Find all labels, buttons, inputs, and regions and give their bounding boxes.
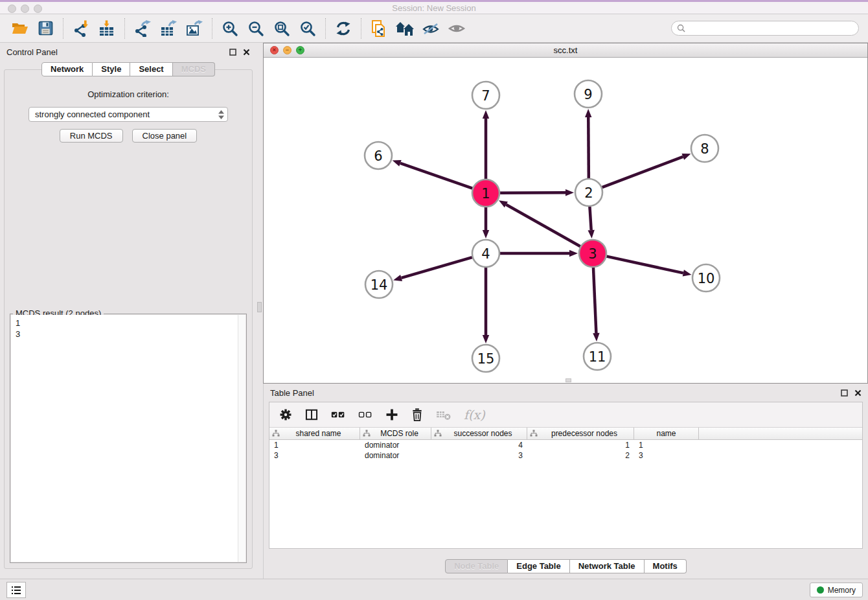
edge-2-3[interactable] xyxy=(588,207,595,238)
table-row[interactable]: 3dominator323 xyxy=(269,450,862,461)
table-cell[interactable]: dominator xyxy=(360,440,431,450)
column-header-mcds-role[interactable]: MCDS role xyxy=(360,428,431,439)
column-header-shared-name[interactable]: shared name xyxy=(269,428,360,439)
export-network-button[interactable] xyxy=(130,16,155,41)
table-cell[interactable]: 3 xyxy=(634,450,699,461)
network-canvas[interactable]: 7968124314101511 xyxy=(264,58,867,383)
table-body: 1dominator4113dominator323 xyxy=(269,440,862,461)
node-14[interactable]: 14 xyxy=(365,271,393,298)
tab-motifs[interactable]: Motifs xyxy=(645,559,687,573)
export-table-button[interactable] xyxy=(155,16,181,41)
table-row[interactable]: 1dominator411 xyxy=(269,440,862,450)
network-maximize-button[interactable]: + xyxy=(296,46,304,54)
close-panel-icon[interactable] xyxy=(243,49,250,56)
table-cell[interactable]: 3 xyxy=(269,450,360,461)
node-4[interactable]: 4 xyxy=(472,240,499,267)
optimization-select[interactable]: strongly connected component xyxy=(29,107,228,122)
mcds-panel: Optimization criterion: strongly connect… xyxy=(4,69,253,569)
node-10[interactable]: 10 xyxy=(692,264,720,292)
task-history-button[interactable] xyxy=(6,582,26,598)
zoom-out-button[interactable] xyxy=(243,16,269,41)
edge-1-7[interactable] xyxy=(483,110,489,179)
table-cell[interactable]: 4 xyxy=(431,440,527,450)
zoom-selected-button[interactable] xyxy=(295,16,321,41)
new-network-from-selection-button[interactable] xyxy=(366,16,392,41)
node-table[interactable]: shared nameMCDS rolesuccessor nodesprede… xyxy=(269,427,862,548)
save-session-button[interactable] xyxy=(32,16,58,41)
tab-edge-table[interactable]: Edge Table xyxy=(508,559,569,573)
tab-select[interactable]: Select xyxy=(130,62,172,76)
node-8[interactable]: 8 xyxy=(691,135,718,162)
tab-network[interactable]: Network xyxy=(41,62,93,76)
table-cell[interactable]: 3 xyxy=(431,450,527,461)
close-panel-icon[interactable] xyxy=(854,389,862,397)
column-header-name[interactable]: name xyxy=(634,428,699,439)
float-panel-icon[interactable] xyxy=(841,389,848,397)
network-resize-grip[interactable] xyxy=(565,378,571,382)
edge-1-2[interactable] xyxy=(500,189,574,196)
edge-4-14[interactable] xyxy=(393,257,472,281)
tab-network-table[interactable]: Network Table xyxy=(570,559,645,573)
table-settings-gear-icon[interactable] xyxy=(279,408,293,422)
memory-button-label: Memory xyxy=(828,586,856,595)
select-all-columns-icon[interactable] xyxy=(330,408,346,422)
export-image-button[interactable] xyxy=(181,16,207,41)
zoom-fit-button[interactable] xyxy=(269,16,295,41)
node-1[interactable]: 1 xyxy=(472,179,499,207)
memory-button[interactable]: Memory xyxy=(810,583,863,597)
network-close-button[interactable]: × xyxy=(270,46,279,54)
float-panel-icon[interactable] xyxy=(229,49,236,56)
refresh-layout-icon xyxy=(335,20,352,37)
apply-layout-button[interactable] xyxy=(330,16,356,41)
add-column-icon[interactable] xyxy=(385,408,399,422)
edge-3-11[interactable] xyxy=(593,268,599,341)
node-2[interactable]: 2 xyxy=(575,179,602,206)
network-window-titlebar[interactable]: × − + scc.txt xyxy=(264,43,867,58)
hide-selected-button[interactable] xyxy=(418,16,444,41)
table-cell[interactable]: 1 xyxy=(634,440,699,450)
zoom-in-button[interactable] xyxy=(217,16,243,41)
tab-style[interactable]: Style xyxy=(93,62,130,76)
divider-grip[interactable] xyxy=(257,302,262,312)
node-7[interactable]: 7 xyxy=(472,82,499,109)
mcds-result-text[interactable]: 1 3 xyxy=(11,315,238,562)
edge-4-15[interactable] xyxy=(483,268,489,343)
zoom-out-icon xyxy=(247,20,264,37)
edge-1-6[interactable] xyxy=(393,160,473,189)
search-input[interactable] xyxy=(689,24,853,33)
result-scrollbar[interactable] xyxy=(238,315,246,562)
node-6[interactable]: 6 xyxy=(365,142,392,169)
show-all-button[interactable] xyxy=(444,16,470,41)
open-file-button[interactable] xyxy=(6,16,32,41)
edge-4-3[interactable] xyxy=(500,250,578,257)
first-neighbors-button[interactable] xyxy=(392,16,418,41)
close-panel-button[interactable]: Close panel xyxy=(132,129,198,143)
import-network-button[interactable] xyxy=(68,16,94,41)
table-cell[interactable]: 2 xyxy=(527,450,634,461)
split-panel-icon[interactable] xyxy=(304,408,319,422)
tab-mcds[interactable]: MCDS xyxy=(173,62,215,76)
import-table-button[interactable] xyxy=(94,16,120,41)
table-cell[interactable]: dominator xyxy=(360,450,431,461)
edge-2-9[interactable] xyxy=(585,109,591,178)
column-header-successor-nodes[interactable]: successor nodes xyxy=(431,428,527,439)
search-field[interactable] xyxy=(671,21,859,36)
edge-2-8[interactable] xyxy=(602,154,691,187)
delete-columns-trash-icon[interactable] xyxy=(411,408,424,422)
node-11[interactable]: 11 xyxy=(584,343,611,370)
column-header-predecessor-nodes[interactable]: predecessor nodes xyxy=(527,428,634,439)
node-15[interactable]: 15 xyxy=(472,345,499,372)
table-cell[interactable]: 1 xyxy=(269,440,360,450)
unselect-all-columns-icon[interactable] xyxy=(358,408,373,422)
table-cell[interactable]: 1 xyxy=(527,440,634,450)
edge-3-10[interactable] xyxy=(606,257,691,277)
run-mcds-button[interactable]: Run MCDS xyxy=(60,129,123,143)
network-minimize-button[interactable]: − xyxy=(283,46,291,54)
column-type-icon xyxy=(434,430,442,437)
edge-1-4[interactable] xyxy=(483,207,489,238)
node-9[interactable]: 9 xyxy=(575,80,602,108)
edge-3-1[interactable] xyxy=(499,200,580,246)
node-3[interactable]: 3 xyxy=(579,240,606,267)
tab-node-table[interactable]: Node Table xyxy=(445,559,508,573)
panel-divider[interactable] xyxy=(257,43,263,579)
